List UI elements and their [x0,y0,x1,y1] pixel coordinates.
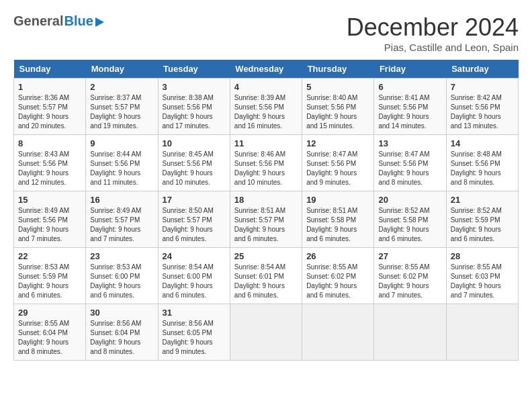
calendar-week-1: 1Sunrise: 8:36 AMSunset: 5:57 PMDaylight… [14,79,519,135]
calendar-cell: 3Sunrise: 8:38 AMSunset: 5:56 PMDaylight… [158,79,230,135]
day-of-week-sunday: Sunday [14,60,86,79]
day-number: 18 [234,195,298,205]
day-of-week-saturday: Saturday [446,60,518,79]
day-info: Sunrise: 8:38 AMSunset: 5:56 PMDaylight:… [163,93,226,131]
calendar-cell: 27Sunrise: 8:55 AMSunset: 6:02 PMDayligh… [374,248,446,304]
day-info: Sunrise: 8:53 AMSunset: 6:00 PMDaylight:… [90,263,153,300]
day-info: Sunrise: 8:52 AMSunset: 5:59 PMDaylight:… [451,206,514,244]
calendar-cell [230,304,302,361]
day-info: Sunrise: 8:55 AMSunset: 6:03 PMDaylight:… [451,263,514,300]
day-number: 25 [234,251,298,261]
calendar-cell: 22Sunrise: 8:53 AMSunset: 5:59 PMDayligh… [14,248,86,304]
day-number: 4 [234,82,298,92]
day-number: 9 [90,138,153,148]
day-info: Sunrise: 8:47 AMSunset: 5:56 PMDaylight:… [378,150,441,187]
day-info: Sunrise: 8:47 AMSunset: 5:56 PMDaylight:… [306,150,369,187]
calendar-cell: 11Sunrise: 8:46 AMSunset: 5:56 PMDayligh… [230,135,302,191]
day-info: Sunrise: 8:36 AMSunset: 5:57 PMDaylight:… [18,93,81,131]
day-of-week-wednesday: Wednesday [230,60,302,79]
calendar-cell [446,304,518,361]
day-number: 24 [163,251,226,261]
calendar-cell: 31Sunrise: 8:56 AMSunset: 6:05 PMDayligh… [158,304,230,361]
month-title: December 2024 [347,13,519,42]
day-info: Sunrise: 8:55 AMSunset: 6:04 PMDaylight:… [18,319,81,357]
calendar-cell: 16Sunrise: 8:49 AMSunset: 5:57 PMDayligh… [86,191,158,248]
day-info: Sunrise: 8:37 AMSunset: 5:57 PMDaylight:… [90,93,153,131]
calendar-cell: 25Sunrise: 8:54 AMSunset: 6:01 PMDayligh… [230,248,302,304]
day-info: Sunrise: 8:45 AMSunset: 5:56 PMDaylight:… [163,150,226,187]
day-number: 11 [234,138,298,148]
day-number: 13 [378,138,441,148]
day-info: Sunrise: 8:56 AMSunset: 6:04 PMDaylight:… [90,319,153,357]
calendar-cell [374,304,446,361]
calendar-cell: 18Sunrise: 8:51 AMSunset: 5:57 PMDayligh… [230,191,302,248]
calendar-cell: 19Sunrise: 8:51 AMSunset: 5:58 PMDayligh… [302,191,374,248]
day-of-week-friday: Friday [374,60,446,79]
calendar-cell: 8Sunrise: 8:43 AMSunset: 5:56 PMDaylight… [14,135,86,191]
calendar-cell: 29Sunrise: 8:55 AMSunset: 6:04 PMDayligh… [14,304,86,361]
day-info: Sunrise: 8:40 AMSunset: 5:56 PMDaylight:… [306,93,369,131]
location-subtitle: Pias, Castille and Leon, Spain [347,42,519,53]
calendar-cell: 10Sunrise: 8:45 AMSunset: 5:56 PMDayligh… [158,135,230,191]
logo-arrow-icon [95,17,104,27]
day-info: Sunrise: 8:51 AMSunset: 5:57 PMDaylight:… [234,206,298,244]
day-number: 19 [306,195,369,205]
calendar-cell: 2Sunrise: 8:37 AMSunset: 5:57 PMDaylight… [86,79,158,135]
calendar-cell: 12Sunrise: 8:47 AMSunset: 5:56 PMDayligh… [302,135,374,191]
day-info: Sunrise: 8:54 AMSunset: 6:00 PMDaylight:… [163,263,226,300]
day-number: 26 [306,251,369,261]
calendar-cell: 30Sunrise: 8:56 AMSunset: 6:04 PMDayligh… [86,304,158,361]
calendar-cell: 20Sunrise: 8:52 AMSunset: 5:58 PMDayligh… [374,191,446,248]
calendar-cell: 1Sunrise: 8:36 AMSunset: 5:57 PMDaylight… [14,79,86,135]
day-info: Sunrise: 8:53 AMSunset: 5:59 PMDaylight:… [18,263,81,300]
calendar-cell [302,304,374,361]
calendar-week-2: 8Sunrise: 8:43 AMSunset: 5:56 PMDaylight… [14,135,519,191]
day-number: 15 [18,195,81,205]
day-number: 8 [18,138,81,148]
calendar-cell: 13Sunrise: 8:47 AMSunset: 5:56 PMDayligh… [374,135,446,191]
day-of-week-thursday: Thursday [302,60,374,79]
day-info: Sunrise: 8:39 AMSunset: 5:56 PMDaylight:… [234,93,298,131]
title-section: December 2024 Pias, Castille and Leon, S… [347,13,519,53]
day-info: Sunrise: 8:41 AMSunset: 5:56 PMDaylight:… [378,93,441,131]
day-number: 29 [18,308,81,318]
day-number: 31 [163,308,226,318]
day-number: 3 [163,82,226,92]
day-number: 20 [378,195,441,205]
day-of-week-tuesday: Tuesday [158,60,230,79]
day-info: Sunrise: 8:52 AMSunset: 5:58 PMDaylight:… [378,206,441,244]
day-info: Sunrise: 8:51 AMSunset: 5:58 PMDaylight:… [306,206,369,244]
day-number: 28 [451,251,514,261]
logo-blue-text: Blue [64,13,93,29]
day-info: Sunrise: 8:48 AMSunset: 5:56 PMDaylight:… [451,150,514,187]
calendar-cell: 6Sunrise: 8:41 AMSunset: 5:56 PMDaylight… [374,79,446,135]
day-number: 30 [90,308,153,318]
day-number: 17 [163,195,226,205]
calendar-cell: 15Sunrise: 8:49 AMSunset: 5:56 PMDayligh… [14,191,86,248]
day-info: Sunrise: 8:49 AMSunset: 5:56 PMDaylight:… [18,206,81,244]
logo-general-text: General [13,13,63,29]
day-info: Sunrise: 8:56 AMSunset: 6:05 PMDaylight:… [163,319,226,357]
day-info: Sunrise: 8:55 AMSunset: 6:02 PMDaylight:… [306,263,369,300]
day-number: 1 [18,82,81,92]
day-info: Sunrise: 8:50 AMSunset: 5:57 PMDaylight:… [163,206,226,244]
page-header: General Blue December 2024 Pias, Castill… [13,13,519,53]
day-info: Sunrise: 8:49 AMSunset: 5:57 PMDaylight:… [90,206,153,244]
calendar-week-5: 29Sunrise: 8:55 AMSunset: 6:04 PMDayligh… [14,304,519,361]
calendar-cell: 17Sunrise: 8:50 AMSunset: 5:57 PMDayligh… [158,191,230,248]
calendar-body: 1Sunrise: 8:36 AMSunset: 5:57 PMDaylight… [14,79,519,361]
calendar-week-4: 22Sunrise: 8:53 AMSunset: 5:59 PMDayligh… [14,248,519,304]
calendar-cell: 23Sunrise: 8:53 AMSunset: 6:00 PMDayligh… [86,248,158,304]
day-number: 21 [451,195,514,205]
calendar-cell: 5Sunrise: 8:40 AMSunset: 5:56 PMDaylight… [302,79,374,135]
day-info: Sunrise: 8:54 AMSunset: 6:01 PMDaylight:… [234,263,298,300]
calendar-cell: 26Sunrise: 8:55 AMSunset: 6:02 PMDayligh… [302,248,374,304]
day-number: 7 [451,82,514,92]
day-number: 16 [90,195,153,205]
day-info: Sunrise: 8:43 AMSunset: 5:56 PMDaylight:… [18,150,81,187]
day-number: 27 [378,251,441,261]
calendar-cell: 28Sunrise: 8:55 AMSunset: 6:03 PMDayligh… [446,248,518,304]
calendar-cell: 21Sunrise: 8:52 AMSunset: 5:59 PMDayligh… [446,191,518,248]
day-number: 2 [90,82,153,92]
day-number: 5 [306,82,369,92]
